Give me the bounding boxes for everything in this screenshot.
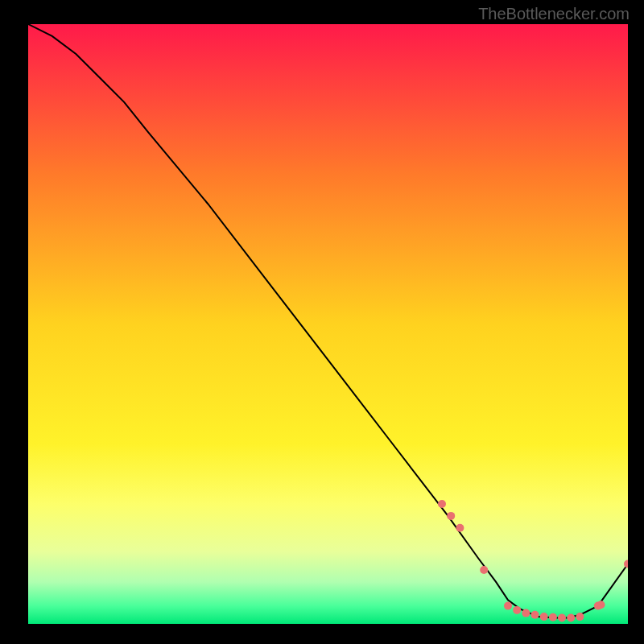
data-point bbox=[549, 613, 557, 621]
data-point bbox=[522, 609, 530, 617]
data-point bbox=[513, 606, 521, 614]
data-point bbox=[558, 614, 566, 622]
bottleneck-chart bbox=[28, 24, 628, 624]
gradient-background bbox=[28, 24, 628, 624]
data-point bbox=[438, 500, 446, 508]
data-point bbox=[567, 614, 575, 622]
data-point bbox=[576, 613, 584, 621]
data-point bbox=[540, 613, 548, 621]
watermark-label: TheBottlenecker.com bbox=[478, 5, 630, 23]
chart-plot-area bbox=[28, 24, 628, 624]
data-point bbox=[456, 524, 464, 532]
data-point bbox=[480, 566, 488, 574]
data-point bbox=[504, 602, 512, 610]
data-point bbox=[447, 512, 455, 520]
data-point bbox=[597, 601, 605, 609]
data-point bbox=[531, 611, 539, 619]
